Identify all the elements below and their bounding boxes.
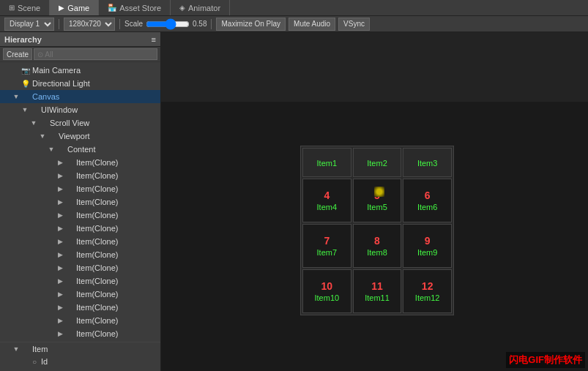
tree-item-clone-14[interactable]: ▶Item(Clone)	[0, 327, 160, 340]
tree-label: Scroll View	[50, 119, 89, 127]
grid-cell-10: 10 Item10	[302, 269, 351, 313]
tab-bar: ⊞ Scene ▶ Game 🏪 Asset Store ◈ Animator	[0, 0, 588, 16]
grid-cell-11: 11 Item11	[353, 269, 402, 313]
scale-value: 0.58	[193, 20, 206, 28]
tab-game[interactable]: ▶ Game	[50, 0, 99, 15]
arrow: ▼	[38, 132, 47, 140]
tree-label: Directional Light	[32, 79, 90, 88]
scale-slider[interactable]	[146, 18, 190, 30]
tab-scene[interactable]: ⊞ Scene	[0, 0, 50, 15]
cell-label: Item7	[317, 247, 338, 258]
grid-cell-item3: Item3	[403, 148, 452, 177]
hierarchy-tree[interactable]: 📷 Main Camera 💡 Directional Light ▼ Canv…	[0, 62, 160, 371]
sep2	[119, 19, 120, 29]
tree-item-scroll-view[interactable]: ▼ Scroll View	[0, 116, 160, 130]
cell-label: Item12	[415, 293, 440, 304]
tree-item-clone-2[interactable]: ▶Item(Clone)	[0, 169, 160, 182]
tree-item-clone-6[interactable]: ▶Item(Clone)	[0, 222, 160, 235]
hierarchy-search[interactable]	[34, 48, 157, 60]
grid-cell-12: 12 Item12	[403, 269, 452, 313]
grid-cell-6: 6 Item6	[403, 179, 452, 222]
hierarchy-title: Hierarchy	[4, 35, 42, 44]
arrow: ▼	[29, 119, 38, 127]
tree-item-clone-4[interactable]: ▶Item(Clone)	[0, 195, 160, 209]
cell-label: Item5	[367, 202, 387, 213]
cell-label: Item2	[367, 159, 387, 168]
scene-icon: ⊞	[9, 4, 15, 12]
tree-item-uiwindow[interactable]: ▼ UIWindow	[0, 103, 160, 116]
cell-label: Item9	[417, 247, 438, 258]
hierarchy-header: Hierarchy ≡	[0, 32, 160, 47]
grid-cell-4: 4 Item4	[302, 179, 351, 222]
cell-label: Item8	[367, 247, 387, 258]
mute-audio-button[interactable]: Mute Audio	[289, 18, 335, 31]
item-grid: Item1 Item2 Item3 4 Item4 5 Item5 6 Item	[300, 146, 454, 315]
tree-label: Main Camera	[32, 66, 81, 75]
grid-cell-9: 9 Item9	[403, 224, 452, 268]
tree-item-clone-7[interactable]: ▶Item(Clone)	[0, 235, 160, 248]
tree-item-id[interactable]: ○ Id	[0, 355, 160, 368]
tab-animator-label: Animator	[188, 4, 220, 12]
cell-label: Item6	[417, 202, 438, 213]
tree-item-item[interactable]: ▼ Item	[0, 342, 160, 355]
tab-asset-store-label: Asset Store	[119, 4, 161, 12]
cell-number: 4	[324, 190, 330, 202]
grid-cell-5: 5 Item5	[353, 179, 402, 222]
asset-store-icon: 🏪	[108, 4, 116, 12]
tab-asset-store[interactable]: 🏪 Asset Store	[99, 0, 171, 15]
tree-item-clone-11[interactable]: ▶Item(Clone)	[0, 288, 160, 301]
tree-item-clone-5[interactable]: ▶Item(Clone)	[0, 209, 160, 222]
tree-item-clone-8[interactable]: ▶Item(Clone)	[0, 248, 160, 261]
create-button[interactable]: Create	[3, 48, 32, 60]
tree-item-directional-light[interactable]: 💡 Directional Light	[0, 77, 160, 90]
cell-number: 9	[425, 235, 431, 247]
cell-label: Item11	[365, 293, 390, 304]
game-view: 闪电GIF制作软件 Item1 Item2 Item3 4 Item4 5	[161, 32, 588, 371]
tab-animator[interactable]: ◈ Animator	[171, 0, 230, 15]
tree-item-content[interactable]: ▼ Content	[0, 143, 160, 156]
tree-item-clone-9[interactable]: ▶Item(Clone)	[0, 261, 160, 274]
tree-item-clone-10[interactable]: ▶Item(Clone)	[0, 274, 160, 288]
grid-cell-item1: Item1	[302, 148, 351, 177]
tree-item-canvas[interactable]: ▼ Canvas	[0, 90, 160, 103]
scale-label: Scale	[124, 20, 143, 28]
vsync-button[interactable]: VSync	[338, 18, 370, 31]
tree-item-clone-1[interactable]: ▶Item(Clone)	[0, 156, 160, 169]
cell-number: 6	[425, 190, 431, 202]
grid-cell-item2: Item2	[353, 148, 402, 177]
game-icon: ▶	[59, 4, 64, 12]
arrow: ▼	[21, 106, 29, 113]
sep1	[59, 19, 59, 29]
grid-cell-8: 8 Item8	[353, 224, 402, 268]
tree-item-clone-12[interactable]: ▶Item(Clone)	[0, 301, 160, 314]
tree-label: Viewport	[59, 132, 90, 140]
tab-game-label: Game	[67, 4, 89, 12]
tree-item-clone-3[interactable]: ▶Item(Clone)	[0, 182, 160, 195]
game-toolbar: Display 1 1280x720 Scale 0.58 Maximize O…	[0, 16, 588, 32]
tree-item-viewport[interactable]: ▼ Viewport	[0, 130, 160, 143]
sep3	[211, 19, 212, 29]
tree-item-main-camera[interactable]: 📷 Main Camera	[0, 64, 160, 77]
cursor	[374, 187, 384, 197]
cell-label: Item3	[417, 159, 438, 168]
maximize-on-play-button[interactable]: Maximize On Play	[216, 18, 286, 31]
tab-scene-label: Scene	[18, 4, 40, 12]
arrow: ▼	[47, 146, 56, 153]
main-area: Hierarchy ≡ Create 📷 Main Camera 💡 Direc…	[0, 32, 588, 371]
display-select[interactable]: Display 1	[4, 18, 54, 31]
resolution-select[interactable]: 1280x720	[64, 18, 115, 31]
cell-label: Item4	[317, 202, 338, 213]
light-icon: 💡	[21, 80, 31, 88]
cell-number: 11	[371, 280, 383, 293]
hierarchy-panel: Hierarchy ≡ Create 📷 Main Camera 💡 Direc…	[0, 32, 161, 371]
watermark-bottom: 闪电GIF制作软件	[506, 352, 585, 368]
tree-item-text[interactable]: ○ Text	[0, 368, 160, 371]
hierarchy-toolbar: Create	[0, 47, 160, 62]
cell-number: 8	[374, 235, 380, 247]
hierarchy-menu-icon[interactable]: ≡	[152, 35, 156, 44]
arrow: ▼	[12, 93, 21, 100]
camera-icon: 📷	[21, 67, 31, 75]
tree-item-clone-13[interactable]: ▶Item(Clone)	[0, 314, 160, 327]
cell-number: 10	[321, 280, 333, 293]
tree-label: Content	[67, 145, 96, 154]
